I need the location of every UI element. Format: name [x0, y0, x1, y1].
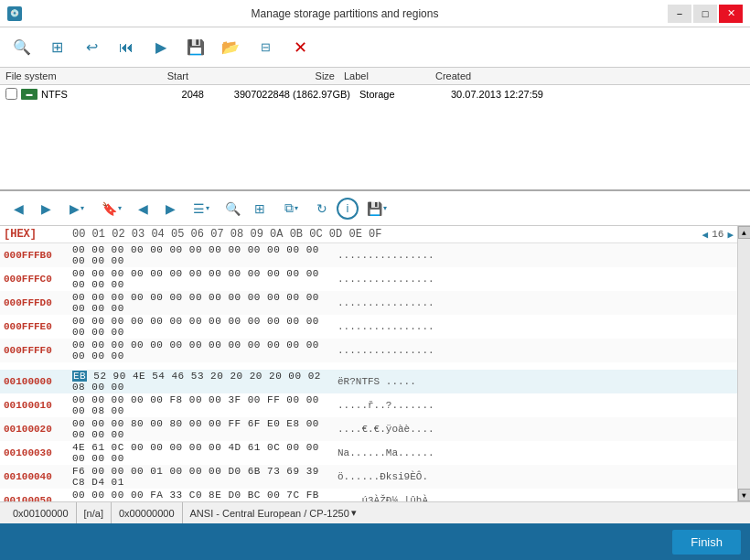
encoding-dropdown-icon[interactable]: ▾ — [351, 507, 357, 519]
hex-bytes: 00 00 00 00 FA 33 C0 8E D0 BC 00 7C FB 6… — [72, 490, 338, 501]
info-button[interactable]: i — [337, 198, 359, 220]
hex-header: [HEX] 00 01 02 03 04 05 06 07 08 09 0A 0… — [0, 226, 737, 243]
hex-addr: 000FFFF0 — [4, 345, 72, 356]
hex-addr: 000FFFC0 — [4, 274, 72, 285]
hex-addr: 00100040 — [4, 471, 72, 482]
search-button[interactable]: 🔍 — [5, 32, 38, 63]
label-cell: Storage — [359, 89, 451, 100]
hex-row-000FFFF0[interactable]: 000FFFF0 00 00 00 00 00 00 00 00 00 00 0… — [0, 339, 737, 362]
finish-bar: Finish — [0, 523, 750, 560]
play-button[interactable]: ▶ — [145, 32, 177, 63]
hex-content: [HEX] 00 01 02 03 04 05 06 07 08 09 0A 0… — [0, 226, 750, 501]
status-encoding[interactable]: ANSI - Central European / CP-1250 ▾ — [183, 502, 745, 523]
scroll-track[interactable] — [738, 239, 750, 489]
encoding-label: ANSI - Central European / CP-1250 — [190, 508, 349, 519]
hex-addr: 00100020 — [4, 424, 72, 435]
col-header-start: Start — [124, 70, 198, 81]
fs-icon: ▬ — [21, 89, 38, 100]
hex-bytes: EB 52 90 4E 54 46 53 20 20 20 20 00 02 0… — [72, 371, 338, 393]
hex-ascii: ....ú3ÀŽÐ¼.|ûhÀ. — [338, 495, 434, 501]
columns-button[interactable]: ⊞ — [247, 196, 273, 221]
folder-button[interactable]: 📂 — [214, 32, 247, 63]
hex-section: ◀ ▶ ▶▾ 🔖▾ ◀ ▶ ☰▾ 🔍 ⊞ ⧉▾ ↻ i 💾▾ [HEX] 00 … — [0, 191, 750, 523]
hex-bytes: 00 00 00 00 00 00 00 00 00 00 00 00 00 0… — [72, 244, 338, 266]
hex-addr: 00100010 — [4, 400, 72, 411]
row-checkbox[interactable] — [5, 88, 17, 100]
copy-button[interactable]: ⧉▾ — [274, 196, 307, 221]
minimize-button[interactable]: − — [668, 5, 691, 23]
hex-row-000FFFB0[interactable]: 000FFFB0 00 00 00 00 00 00 00 00 00 00 0… — [0, 243, 737, 267]
hex-row-00100000[interactable]: 00100000 EB 52 90 4E 54 46 53 20 20 20 2… — [0, 370, 737, 393]
hex-ascii: Na......Ma...... — [338, 447, 434, 458]
nav-forward-button[interactable]: ▶ — [33, 196, 59, 221]
page-prev-button[interactable]: ◀ — [702, 229, 709, 241]
titlebar: 💿 Manage storage partitions and regions … — [0, 0, 750, 27]
skip-back-button[interactable]: ⏮ — [110, 32, 143, 63]
hex-row-00100050[interactable]: 00100050 00 00 00 00 FA 33 C0 8E D0 BC 0… — [0, 489, 737, 501]
hex-ascii: ................ — [338, 274, 434, 285]
hex-addr: 00100000 — [4, 376, 72, 387]
hex-row-000FFFE0[interactable]: 000FFFE0 00 00 00 00 00 00 00 00 00 00 0… — [0, 315, 737, 339]
partition-button[interactable]: ⊟ — [249, 32, 282, 63]
hex-row-00100020[interactable]: 00100020 00 00 00 80 00 80 00 00 FF 6F E… — [0, 417, 737, 441]
hex-row-000FFFD0[interactable]: 000FFFD0 00 00 00 00 00 00 00 00 00 00 0… — [0, 291, 737, 315]
close-button[interactable]: ✕ — [719, 5, 743, 23]
hex-header-label: [HEX] — [4, 228, 72, 241]
nav-back-button[interactable]: ◀ — [5, 196, 31, 221]
hex-ascii: ................ — [338, 321, 434, 332]
save-button[interactable]: 💾 — [179, 32, 212, 63]
list-button[interactable]: ☰▾ — [185, 196, 218, 221]
toolbar-bottom: ◀ ▶ ▶▾ 🔖▾ ◀ ▶ ☰▾ 🔍 ⊞ ⧉▾ ↻ i 💾▾ — [0, 191, 750, 226]
close-x-button[interactable]: ✕ — [284, 32, 316, 63]
hex-bytes: 00 00 00 00 00 00 00 00 00 00 00 00 00 0… — [72, 339, 338, 361]
nav-left-button[interactable]: ◀ — [130, 196, 155, 221]
col-header-size: Size — [198, 70, 344, 81]
hex-row-00100040[interactable]: 00100040 F6 00 00 00 01 00 00 00 D0 6B 7… — [0, 465, 737, 489]
hex-ascii: ëR?NTFS ..... — [338, 376, 416, 387]
hex-scrollbar[interactable]: ▲ ▼ — [737, 226, 750, 501]
hex-row-00100030[interactable]: 00100030 4E 61 0C 00 00 00 00 00 4D 61 0… — [0, 441, 737, 465]
page-number: 16 — [712, 229, 723, 240]
save2-button[interactable]: 💾▾ — [360, 196, 393, 221]
back-arrow-button[interactable]: ↩ — [75, 32, 108, 63]
hex-bytes: F6 00 00 00 01 00 00 00 D0 6B 73 69 39 C… — [72, 466, 338, 488]
scroll-down-button[interactable]: ▼ — [738, 489, 751, 501]
search2-button[interactable]: 🔍 — [220, 196, 245, 221]
app-icon: 💿 — [7, 6, 22, 21]
maximize-button[interactable]: □ — [693, 5, 717, 23]
hex-ascii: ....€.€.ÿoàè.... — [338, 424, 434, 435]
hex-addr: 000FFFD0 — [4, 297, 72, 308]
nav-right-button[interactable]: ▶ — [157, 196, 183, 221]
col-header-fs: File system — [5, 70, 124, 81]
col-header-created: Created — [435, 70, 582, 81]
page-nav: ◀ 16 ▶ — [702, 228, 734, 241]
col-header-label: Label — [344, 70, 435, 81]
hex-ascii: ................ — [338, 250, 434, 261]
file-table-section: File system Start Size Label Created ▬ N… — [0, 68, 750, 191]
hex-bytes: 00 00 00 80 00 80 00 00 FF 6F E0 E8 00 0… — [72, 418, 338, 440]
status-value: [n/a] — [77, 502, 112, 523]
hex-row-00100010[interactable]: 00100010 00 00 00 00 00 F8 00 00 3F 00 F… — [0, 393, 737, 417]
hex-bytes: 00 00 00 00 00 00 00 00 00 00 00 00 00 0… — [72, 292, 338, 314]
status-bar: 0x00100000 [n/a] 0x00000000 ANSI - Centr… — [0, 501, 750, 523]
fs-cell: ▬ NTFS — [21, 89, 140, 100]
status-offset: 0x00000000 — [112, 502, 183, 523]
scroll-up-button[interactable]: ▲ — [738, 226, 751, 239]
finish-button[interactable]: Finish — [672, 530, 741, 555]
file-table-header: File system Start Size Label Created — [0, 68, 750, 85]
hex-row-empty — [0, 362, 737, 370]
hex-addr: 000FFFE0 — [4, 321, 72, 332]
nav-forward-arrow-button[interactable]: ▶▾ — [60, 196, 93, 221]
grid-button[interactable]: ⊞ — [40, 32, 73, 63]
hex-bytes: 00 00 00 00 00 F8 00 00 3F 00 FF 00 00 0… — [72, 394, 338, 416]
start-cell: 2048 — [140, 89, 213, 100]
fs-type: NTFS — [41, 89, 68, 100]
table-row[interactable]: ▬ NTFS 2048 3907022848 (1862.97GB) Stora… — [0, 85, 750, 102]
refresh-button[interactable]: ↻ — [309, 196, 335, 221]
bookmark-button[interactable]: 🔖▾ — [95, 196, 128, 221]
page-next-button[interactable]: ▶ — [727, 229, 734, 241]
highlighted-byte: EB — [72, 371, 87, 382]
hex-addr: 00100050 — [4, 495, 72, 501]
hex-ascii: ................ — [338, 297, 434, 308]
hex-row-000FFFC0[interactable]: 000FFFC0 00 00 00 00 00 00 00 00 00 00 0… — [0, 267, 737, 291]
